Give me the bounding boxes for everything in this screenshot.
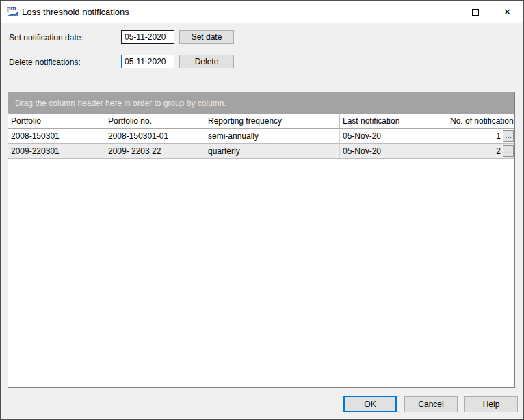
cell-portfolio-no: 2009- 2203 22 [105, 144, 205, 158]
minimize-button[interactable] [427, 1, 459, 23]
delete-button[interactable]: Delete [179, 55, 234, 68]
delete-notifications-label: Delete notifications: [9, 57, 81, 67]
cell-portfolio: 2008-150301 [8, 129, 105, 143]
grid-header-row: Portfolio Portfolio no. Reporting freque… [8, 114, 514, 129]
set-date-button[interactable]: Set date [179, 30, 234, 44]
column-header-portfolio-no[interactable]: Portfolio no. [105, 114, 205, 128]
column-header-portfolio[interactable]: Portfolio [8, 114, 105, 128]
grid-row-2[interactable]: 2009-220301 2009- 2203 22 quarterly 05-N… [8, 144, 514, 159]
pm-app-icon: pm [6, 5, 18, 18]
cell-reporting-frequency: semi-annually [205, 129, 340, 143]
column-header-no-of-notifications[interactable]: No. of notifications [447, 114, 514, 128]
cell-portfolio: 2009-220301 [8, 144, 105, 158]
close-icon: ✕ [503, 8, 511, 16]
set-notification-date-label: Set notification date: [9, 33, 83, 42]
grid-row-1[interactable]: 2008-150301 2008-150301-01 semi-annually… [8, 129, 514, 144]
notifications-grid: Drag the column header here in order to … [8, 92, 515, 388]
minimize-icon [439, 12, 447, 12]
notification-count-value: 2 [496, 146, 503, 156]
titlebar[interactable]: pm Loss threshold notifications ✕ [1, 1, 523, 23]
group-by-drop-zone[interactable]: Drag the column header here in order to … [8, 92, 514, 114]
notification-count-value: 1 [496, 131, 503, 141]
cell-notification-count: 1 … [447, 129, 514, 143]
row-2-ellipsis-button[interactable]: … [503, 145, 514, 157]
window-title: Loss threshold notifications [22, 7, 129, 17]
help-button[interactable]: Help [464, 396, 518, 412]
ok-button[interactable]: OK [343, 396, 397, 412]
row-1-ellipsis-button[interactable]: … [503, 130, 514, 142]
cell-last-notification: 05-Nov-20 [340, 144, 447, 158]
loss-threshold-dialog: pm Loss threshold notifications ✕ Set no… [0, 0, 524, 420]
cell-notification-count: 2 … [447, 144, 514, 158]
cancel-button[interactable]: Cancel [404, 396, 458, 412]
maximize-button[interactable] [459, 1, 491, 23]
close-button[interactable]: ✕ [491, 1, 523, 23]
cell-last-notification: 05-Nov-20 [340, 129, 447, 143]
window-controls: ✕ [427, 1, 523, 23]
column-header-last-notification[interactable]: Last notification [340, 114, 447, 128]
cell-reporting-frequency: quarterly [205, 144, 340, 158]
column-header-reporting-frequency[interactable]: Reporting frequency [205, 114, 340, 128]
maximize-icon [472, 9, 479, 16]
set-notification-date-input[interactable] [121, 30, 174, 44]
delete-notifications-input[interactable] [121, 55, 174, 68]
cell-portfolio-no: 2008-150301-01 [105, 129, 205, 143]
